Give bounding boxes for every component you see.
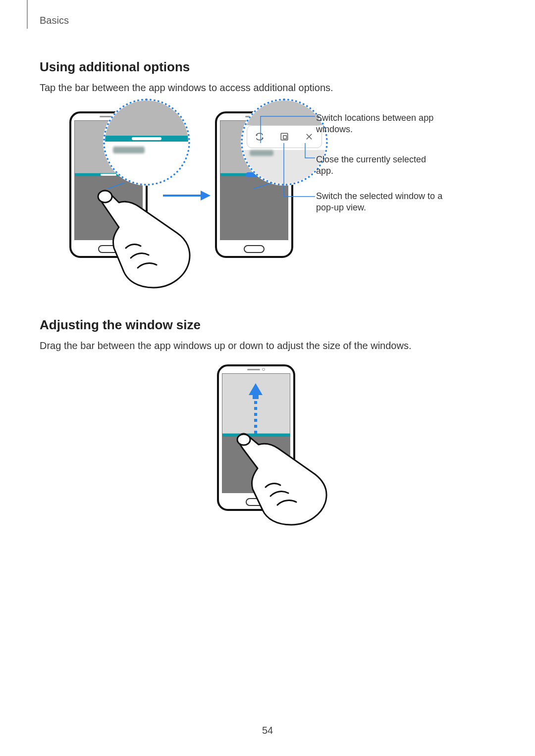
svg-rect-3: [283, 136, 287, 139]
section-body-additional-options: Tap the bar between the app windows to a…: [40, 81, 495, 95]
page-number: 54: [0, 725, 535, 736]
section-title-adjust-size: Adjusting the window size: [40, 317, 495, 333]
svg-marker-9: [249, 383, 263, 399]
svg-point-11: [237, 434, 250, 445]
hand-dragging-icon: [227, 432, 331, 526]
hand-pointing-icon: [79, 189, 193, 293]
arrow-up-icon: [249, 383, 263, 438]
svg-marker-1: [201, 191, 211, 201]
chapter-marker: [27, 0, 28, 29]
callout-switch-locations: Switch locations between app windows.: [316, 112, 445, 136]
popup-window-icon: [280, 132, 289, 141]
figure-adjust-size: [40, 362, 495, 516]
close-icon: [305, 132, 314, 141]
magnifier-options-bar: [241, 99, 328, 186]
swap-icon: [255, 132, 264, 141]
callout-close-app: Close the currently selected app.: [316, 154, 445, 177]
figure-additional-options: Switch locations between app windows. Cl…: [40, 104, 495, 288]
chapter-label: Basics: [40, 15, 69, 26]
svg-point-8: [98, 191, 112, 202]
manual-page: Basics Using additional options Tap the …: [0, 0, 535, 756]
section-title-additional-options: Using additional options: [40, 59, 495, 75]
section-body-adjust-size: Drag the bar between the app windows up …: [40, 339, 495, 353]
callout-popup-view: Switch the selected window to a pop-up v…: [316, 191, 445, 214]
magnifier-divider-handle: [103, 99, 190, 186]
